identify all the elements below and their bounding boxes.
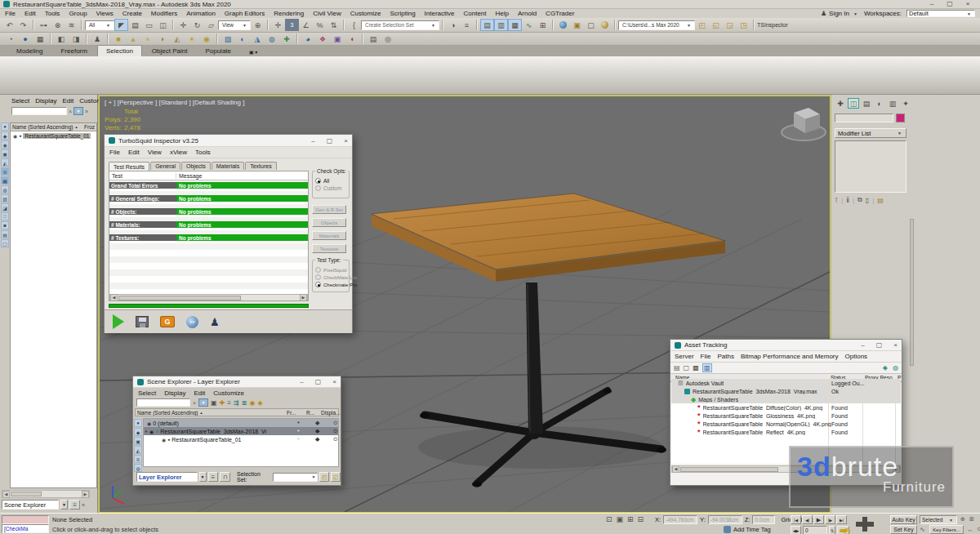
angle-snap-icon[interactable]: ∠ <box>299 19 313 31</box>
zoom-icon[interactable]: ⊕ <box>959 515 967 523</box>
create-set-icon[interactable]: ◰ <box>319 472 329 482</box>
menu-group[interactable]: Group <box>69 10 87 17</box>
configure-modifier-icon[interactable]: ▤ <box>877 197 884 204</box>
project-folder-dropdown[interactable]: C:\Users\d...s Max 2020▼ <box>618 20 695 30</box>
close-icon[interactable]: × <box>893 341 898 349</box>
menu-file[interactable]: File <box>701 353 711 360</box>
use-pivot-icon[interactable]: ⊕ <box>251 19 265 31</box>
rendered-frame-window-icon[interactable]: ▢ <box>584 19 598 31</box>
table-row[interactable]: # General Settings:No problems <box>109 195 308 202</box>
column-frozen[interactable]: Froz <box>84 124 95 130</box>
maximize-icon[interactable]: ▢ <box>941 0 959 8</box>
asset-row[interactable]: * RestaurantSquareTable_Normal(OpenGL)_4… <box>671 420 901 428</box>
set-key-icon[interactable] <box>837 526 849 534</box>
modifier-stack-list[interactable] <box>835 140 906 193</box>
minimize-icon[interactable]: – <box>311 137 314 145</box>
radio-all[interactable] <box>315 178 321 184</box>
layers-icon[interactable]: ≡ <box>69 500 80 510</box>
column-name[interactable]: Name (Sorted Ascending) <box>137 410 198 416</box>
list-icon[interactable]: ▤ <box>366 33 381 44</box>
maximize-icon[interactable]: ▢ <box>876 341 883 349</box>
sun-icon[interactable]: ◉ <box>199 33 214 44</box>
zoom-all-icon[interactable]: ⊞ <box>968 515 976 523</box>
filter-groups-icon[interactable]: ◍ <box>1 185 9 194</box>
select-children-icon[interactable]: ⇶ <box>234 399 239 407</box>
scale-icon[interactable]: ▱ <box>204 19 218 31</box>
gen-rset-button[interactable]: Gen & R.Set <box>312 205 346 214</box>
create-tab-icon[interactable]: ✚ <box>835 98 846 109</box>
tab-test-results[interactable]: Test Results <box>109 162 149 171</box>
radio-pixelsquid[interactable] <box>315 267 321 273</box>
render-setup-icon[interactable]: ▣ <box>570 19 584 31</box>
frozen-icon[interactable]: * <box>297 429 300 434</box>
menu-edit[interactable]: Edit <box>24 10 36 17</box>
run-tests-icon[interactable] <box>113 314 124 329</box>
vray-sphere-icon[interactable]: ◕ <box>301 33 315 44</box>
maxscript-input[interactable]: [CheckMa <box>2 524 49 533</box>
spinner-snap-icon[interactable]: ⇅ <box>327 19 341 31</box>
display-gear-icon[interactable]: ⊙ <box>333 420 338 426</box>
snap-toggle-icon[interactable]: 3 <box>285 19 299 31</box>
tab-general[interactable]: General <box>150 162 180 170</box>
dropdown-arrow-icon[interactable]: ▼ <box>60 500 68 510</box>
go-to-end-icon[interactable]: ▶| <box>836 515 847 524</box>
menu-xview[interactable]: xView <box>170 149 187 156</box>
red-cap-icon[interactable]: ◖ <box>345 33 359 44</box>
filter-all-icon[interactable]: ● <box>134 419 142 427</box>
turbosquid-inspector-window[interactable]: TurboSquid Inspector v3.25 – ▢ × File Ed… <box>104 134 353 333</box>
key-mode-icon[interactable]: ∿ <box>920 526 925 533</box>
add-to-layer-icon[interactable]: ≡ <box>227 399 231 407</box>
next-frame-icon[interactable]: |▶ <box>825 515 835 524</box>
eye-icon[interactable]: ◉ <box>162 437 166 443</box>
eye-icon[interactable]: ◉ <box>149 429 154 434</box>
filter-helpers-icon[interactable]: ≋ <box>134 455 142 463</box>
vault-status-icon[interactable]: ◈ <box>883 364 888 372</box>
scroll-left-icon[interactable]: ◀ <box>110 294 118 301</box>
display-gear-icon[interactable]: ⊙ <box>333 428 338 434</box>
hierarchy-tab-icon[interactable]: ▤ <box>861 98 872 109</box>
key-step-toggle-icon[interactable]: ◀▶ <box>791 526 801 534</box>
layer-explorer-window[interactable]: Scene Explorer - Layer Explorer – ▢ × Se… <box>132 376 341 486</box>
radio-custom[interactable] <box>315 185 321 191</box>
make-unique-icon[interactable]: ⧉ <box>858 196 862 204</box>
current-frame-field[interactable]: 0 <box>803 526 827 534</box>
table-row[interactable]: # Objects:No problems <box>109 208 308 215</box>
asset-row[interactable]: * RestaurantSquareTable_Glossiness_4K.pn… <box>671 412 901 420</box>
pyramid-primitive-icon[interactable]: ◭ <box>170 33 185 44</box>
checkmate-folder-icon[interactable]: G <box>160 316 175 327</box>
play-animation-icon[interactable]: ▶ <box>813 515 824 524</box>
teapot-primitive-icon[interactable]: ◗ <box>155 33 170 44</box>
mirror-icon[interactable]: ◑ <box>446 19 460 31</box>
z-coordinate-field[interactable]: 0.0cm <box>752 515 775 524</box>
highlight-layer-icon[interactable]: ◈ <box>257 399 262 407</box>
menu-help[interactable]: Help <box>496 10 509 17</box>
filter-helpers-icon[interactable]: ≋ <box>1 167 9 176</box>
pan-icon[interactable]: ↔ <box>966 525 974 533</box>
menu-edit[interactable]: Edit <box>128 149 140 156</box>
scroll-left-icon[interactable]: ◀ <box>2 491 10 498</box>
plate-icon[interactable]: ▨ <box>220 33 235 44</box>
menu-tools[interactable]: Tools <box>45 10 60 17</box>
select-object-icon[interactable]: ◤ <box>114 19 128 31</box>
menu-arnold[interactable]: Arnold <box>518 10 537 17</box>
clip-a-icon[interactable]: ◧ <box>54 33 69 44</box>
filter-spacewarps-icon[interactable]: ▦ <box>1 176 9 185</box>
minimize-icon[interactable]: – <box>923 0 941 8</box>
menu-file[interactable]: File <box>109 149 120 156</box>
menu-display[interactable]: Display <box>164 389 185 397</box>
menu-modifiers[interactable]: Modifiers <box>151 10 177 17</box>
selected-set-dropdown[interactable]: Selected▼ <box>920 515 957 524</box>
select-link-icon[interactable]: ⊶ <box>37 19 51 31</box>
eye-icon[interactable]: ◉ <box>147 421 151 426</box>
column-test[interactable]: Test <box>109 173 176 179</box>
redo-icon[interactable]: ↷ <box>16 19 30 31</box>
frozen-icon[interactable]: * <box>297 421 300 426</box>
display-tab-icon[interactable]: ▥ <box>887 98 898 109</box>
globe-icon[interactable]: ◍ <box>265 33 279 44</box>
offset-mode-icon[interactable]: ⊟ <box>638 515 644 523</box>
menu-content[interactable]: Content <box>464 10 487 17</box>
modify-tab-icon[interactable]: ◫ <box>848 98 859 109</box>
close-icon[interactable]: × <box>332 378 336 385</box>
table-horizontal-scrollbar[interactable]: ◀ ▶ <box>109 294 308 301</box>
filter-bones-icon[interactable]: ◪ <box>1 203 9 211</box>
